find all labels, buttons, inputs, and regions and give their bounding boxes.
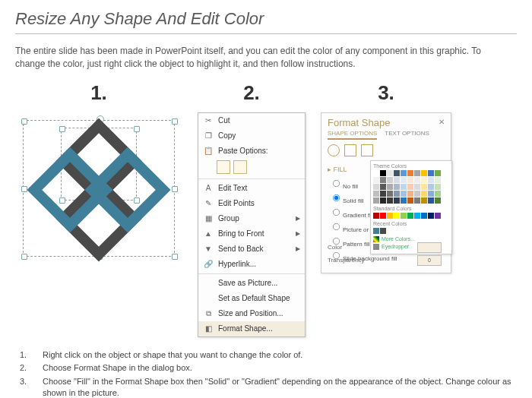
standard-color-row[interactable] [373, 213, 449, 219]
edit-text-icon: A [203, 183, 214, 194]
step-number-3: 3. [378, 81, 394, 105]
color-label: Color [328, 244, 342, 251]
paste-option-icon[interactable] [233, 160, 247, 174]
menu-paste-options[interactable]: 📋Paste Options: [198, 144, 305, 159]
paste-option-icon[interactable] [217, 160, 230, 174]
standard-colors-label: Standard Colors [373, 206, 449, 211]
step-3: 3. Format Shape ✕ SHAPE OPTIONS TEXT OPT… [321, 81, 451, 273]
menu-edit-points[interactable]: ✎Edit Points [198, 196, 305, 211]
size-properties-icon[interactable] [361, 144, 373, 156]
clipboard-icon: 📋 [203, 146, 214, 156]
step-1: 1. [15, 81, 182, 264]
panel-title: Format Shape [321, 113, 451, 130]
tab-shape-options[interactable]: SHAPE OPTIONS [328, 130, 377, 140]
paste-option-icons [198, 159, 305, 177]
menu-copy[interactable]: ❐Copy [198, 128, 305, 144]
shape-selection-illustration [15, 112, 182, 264]
recent-colors-label: Recent Colors [373, 221, 449, 226]
list-text: Choose "Fill" in the Format Shape box th… [43, 376, 512, 398]
format-shape-panel: Format Shape ✕ SHAPE OPTIONS TEXT OPTION… [321, 112, 451, 273]
menu-set-default[interactable]: Set as Default Shape [198, 291, 305, 306]
page-title: Resize Any Shape And Edit Color [15, 9, 517, 29]
menu-format-shape[interactable]: ◧Format Shape... [198, 321, 305, 336]
copy-icon: ❐ [203, 131, 214, 141]
list-number: 3. [20, 376, 30, 398]
steps-row: 1. [15, 81, 517, 337]
menu-group[interactable]: ▦Group▶ [198, 211, 305, 226]
instruction-list: 1.Right click on the object or shape tha… [15, 349, 517, 398]
group-icon: ▦ [203, 213, 214, 224]
theme-color-grid[interactable] [373, 170, 449, 204]
scissors-icon: ✂ [203, 115, 214, 126]
menu-bring-front[interactable]: ▲Bring to Front▶ [198, 226, 305, 242]
menu-cut[interactable]: ✂Cut [198, 113, 305, 128]
step-number-1: 1. [90, 81, 107, 105]
divider [15, 33, 517, 34]
theme-colors-label: Theme Colors [373, 163, 449, 169]
size-position-icon: ⧉ [203, 308, 214, 319]
transparency-label: Transparency [328, 257, 365, 264]
list-number: 2. [20, 362, 30, 374]
menu-size-position[interactable]: ⧉Size and Position... [198, 306, 305, 321]
step-number-2: 2. [243, 81, 260, 105]
edit-points-icon: ✎ [203, 198, 214, 209]
list-number: 1. [20, 349, 30, 361]
intro-text: The entire slide has been made in PowerP… [15, 45, 509, 71]
fill-line-icon[interactable] [328, 144, 340, 156]
list-text: Right click on the object or shape that … [43, 349, 302, 361]
list-text: Choose Format Shape in the dialog box. [43, 362, 192, 374]
step-2: 2. ✂Cut ❐Copy 📋Paste Options: AEdit Text… [198, 81, 306, 337]
close-icon[interactable]: ✕ [439, 118, 445, 126]
transparency-input[interactable]: 0 [417, 255, 442, 266]
menu-hyperlink[interactable]: 🔗Hyperlink... [198, 257, 305, 272]
menu-edit-text[interactable]: AEdit Text [198, 181, 305, 196]
format-shape-icon: ◧ [203, 324, 214, 334]
tab-text-options[interactable]: TEXT OPTIONS [385, 130, 429, 140]
send-back-icon: ▼ [203, 244, 214, 254]
context-menu: ✂Cut ❐Copy 📋Paste Options: AEdit Text ✎E… [198, 112, 306, 337]
effects-icon[interactable] [344, 144, 356, 156]
menu-send-back[interactable]: ▼Send to Back▶ [198, 242, 305, 257]
hyperlink-icon: 🔗 [203, 259, 214, 270]
recent-color-row[interactable] [373, 228, 449, 234]
menu-save-picture[interactable]: Save as Picture... [198, 276, 305, 291]
color-well[interactable] [417, 242, 442, 253]
bring-front-icon: ▲ [203, 229, 214, 239]
